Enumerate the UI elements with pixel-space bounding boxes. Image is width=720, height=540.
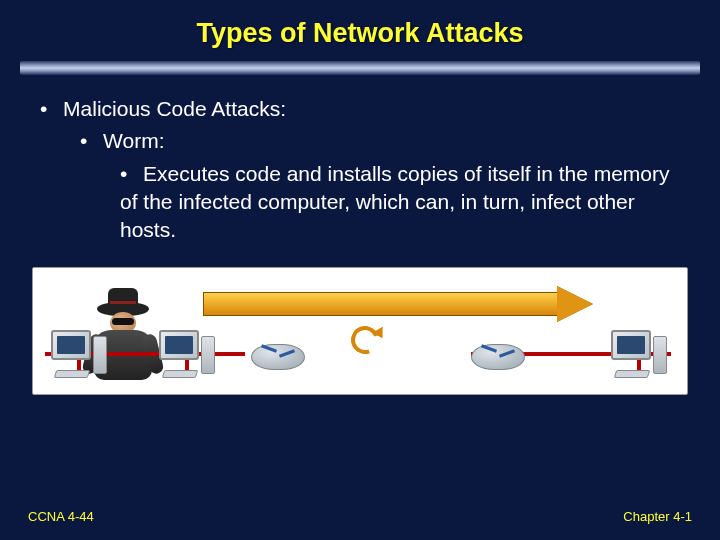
- pc-left-icon: [49, 330, 107, 378]
- propagation-arrow-icon: [203, 286, 593, 322]
- self-replicate-arrow-icon: [351, 326, 385, 352]
- bullet-lvl2-text: Worm:: [103, 129, 164, 152]
- router-right-icon: [471, 340, 525, 370]
- worm-illustration: [32, 267, 688, 395]
- pc-infected-icon: [157, 330, 215, 378]
- bullet-lvl2: Worm:: [36, 127, 684, 155]
- content-area: Malicious Code Attacks: Worm: Executes c…: [0, 87, 720, 245]
- pc-right-icon: [609, 330, 667, 378]
- title-area: Types of Network Attacks: [0, 0, 720, 61]
- bullet-lvl1-text: Malicious Code Attacks:: [63, 97, 286, 120]
- bullet-lvl3: Executes code and installs copies of its…: [36, 160, 684, 245]
- bullet-lvl1: Malicious Code Attacks:: [36, 95, 684, 123]
- bullet-lvl3-text: Executes code and installs copies of its…: [120, 162, 670, 242]
- footer-right: Chapter 4-1: [623, 509, 692, 524]
- title-divider: [20, 61, 700, 75]
- router-left-icon: [251, 340, 305, 370]
- slide-title: Types of Network Attacks: [0, 18, 720, 49]
- footer-left: CCNA 4-44: [28, 509, 94, 524]
